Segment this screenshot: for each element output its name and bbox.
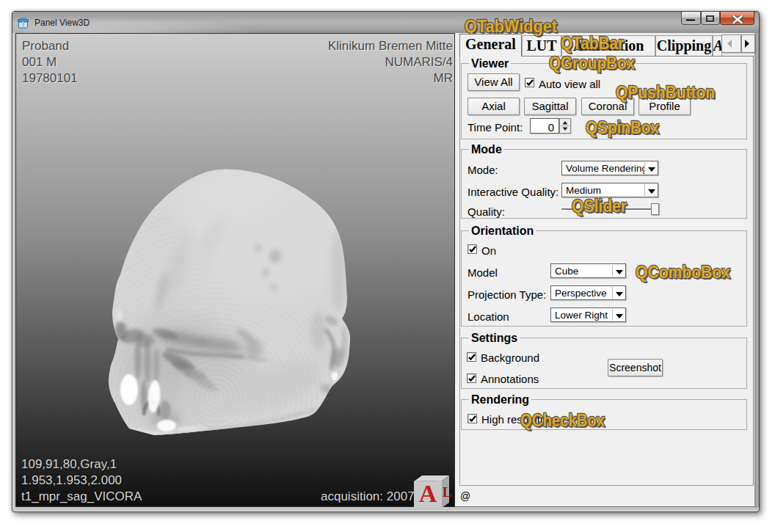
svg-text:L: L <box>443 484 452 500</box>
svg-text:A: A <box>419 480 437 507</box>
